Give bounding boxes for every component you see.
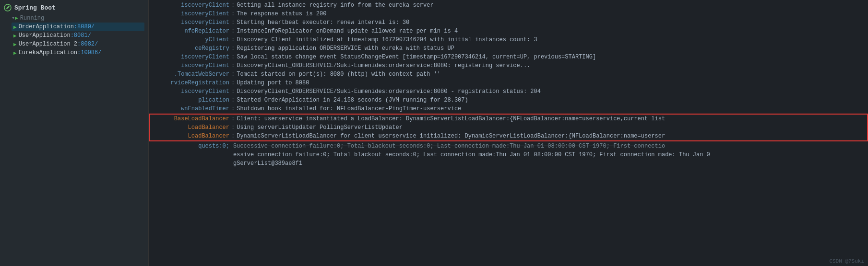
log-line-base-lb: BaseLoadBalancer : Client: userservice i… <box>150 115 867 123</box>
log-msg: Updating port to 8080 <box>237 79 309 87</box>
log-line-strikethrough: quests:0; Successive connection failure:… <box>149 142 868 150</box>
log-sep: : <box>231 10 235 18</box>
log-msg: InstanceInfoReplicator onDemand update a… <box>237 27 458 35</box>
log-source: ceRegistry <box>153 44 229 53</box>
log-source: iscoveryClient <box>153 18 229 27</box>
log-sep: : <box>231 18 235 27</box>
log-msg: DiscoveryClient_ORDERSERVICE/Suki-Eumeni… <box>237 87 541 96</box>
log-line: iscoveryClient : Starting heartbeat exec… <box>149 18 868 27</box>
user-app2-name: UserApplication 2 <box>19 41 77 47</box>
log-line: wnEnabledTimer : Shutdown hook installed… <box>149 104 868 113</box>
log-source: iscoveryClient <box>153 53 229 61</box>
eureka-app-play-icon: ▶ <box>13 50 17 56</box>
log-line: iscoveryClient : DiscoveryClient_ORDERSE… <box>149 61 868 70</box>
log-line: yClient : Discovery Client initialized a… <box>149 35 868 44</box>
sidebar-running-section: ▶ Running ▶ OrderApplication :8080/ ▶ Us… <box>0 13 148 57</box>
log-line: plication : Started OrderApplication in … <box>149 96 868 104</box>
log-msg: Shutdown hook installed for: NFLoadBalan… <box>237 104 461 113</box>
sidebar-item-eureka-app[interactable]: ▶ EurekaApplication :10086/ <box>12 48 144 57</box>
log-sep: : <box>231 70 235 79</box>
log-sep: : <box>231 123 235 132</box>
log-line-essive: essive connection failure:0; Total black… <box>149 150 868 159</box>
log-source: rviceRegistration <box>153 79 229 87</box>
eureka-app-port: :10086/ <box>77 49 101 56</box>
log-line: nfoReplicator : InstanceInfoReplicator o… <box>149 27 868 35</box>
log-sep: : <box>231 132 235 140</box>
log-msg: Tomcat started on port(s): 8080 (http) w… <box>237 70 440 79</box>
eureka-app-name: EurekaApplication <box>19 49 77 56</box>
log-msg: Getting all instance registry info from … <box>237 1 433 10</box>
log-msg: Registering application ORDERSERVICE wit… <box>237 44 454 53</box>
running-chevron-icon <box>12 14 15 22</box>
log-source: iscoveryClient <box>153 87 229 96</box>
sidebar-item-user-app2[interactable]: ▶ UserApplication 2 :8082/ <box>12 40 144 48</box>
log-sep: : <box>231 44 235 53</box>
log-source: plication <box>153 96 229 104</box>
log-msg: Starting heartbeat executor: renew inter… <box>237 18 409 27</box>
log-source: nfoReplicator <box>153 27 229 35</box>
sidebar-item-user-app[interactable]: ▶ UserApplication :8081/ <box>12 31 144 40</box>
log-source: iscoveryClient <box>153 1 229 10</box>
log-msg: Saw local status change event StatusChan… <box>237 53 596 61</box>
log-line: rviceRegistration : Updating port to 808… <box>149 79 868 87</box>
log-msg-lb2: DynamicServerListLoadBalancer for client… <box>237 132 665 140</box>
log-sep: : <box>231 27 235 35</box>
user-app2-play-icon: ▶ <box>13 41 17 47</box>
log-sep: : <box>231 35 235 44</box>
log-line: iscoveryClient : Getting all instance re… <box>149 1 868 10</box>
log-source: yClient <box>153 35 229 44</box>
log-msg-strikethrough: Successive connection failure:0; Total b… <box>233 142 665 150</box>
log-source-quests: quests:0; <box>153 142 229 150</box>
log-line: iscoveryClient : The response status is … <box>149 10 868 18</box>
log-msg: DiscoveryClient_ORDERSERVICE/Suki-Eumeni… <box>237 61 530 70</box>
log-source-lb1: LoadBalancer <box>153 123 229 132</box>
log-source: iscoveryClient <box>153 61 229 70</box>
sidebar-item-order-app[interactable]: ▶ OrderApplication :8080/ <box>12 23 144 31</box>
log-line: iscoveryClient : Saw local status change… <box>149 53 868 61</box>
log-sep: : <box>231 79 235 87</box>
log-msg-essive: essive connection failure:0; Total black… <box>233 150 710 159</box>
log-line-lb1: LoadBalancer : Using serverListUpdater P… <box>150 123 867 132</box>
highlight-box: BaseLoadBalancer : Client: userservice i… <box>149 114 868 141</box>
log-msg-base-lb: Client: userservice instantiated a LoadB… <box>237 115 665 123</box>
spring-boot-icon <box>4 4 12 12</box>
log-msg: Started OrderApplication in 24.158 secon… <box>237 96 468 104</box>
log-msg: The response status is 200 <box>237 10 326 18</box>
order-app-play-icon: ▶ <box>13 24 17 30</box>
log-sep: : <box>231 104 235 113</box>
user-app-name: UserApplication <box>19 32 71 39</box>
log-source: wnEnabledTimer <box>153 104 229 113</box>
log-sep: : <box>231 1 235 10</box>
order-app-port: :8080/ <box>74 23 95 30</box>
log-sep: : <box>231 53 235 61</box>
log-line-lb2: LoadBalancer : DynamicServerListLoadBala… <box>150 132 867 140</box>
sidebar-header: Spring Boot <box>0 2 148 13</box>
log-sep: : <box>231 115 235 123</box>
running-play-icon: ▶ <box>15 15 18 21</box>
log-source-base-lb: BaseLoadBalancer <box>153 115 229 123</box>
log-source: .TomcatWebServer <box>153 70 229 79</box>
running-apps-list: ▶ OrderApplication :8080/ ▶ UserApplicat… <box>4 23 144 57</box>
log-sep: : <box>231 61 235 70</box>
log-line: ceRegistry : Registering application ORD… <box>149 44 868 53</box>
log-source: iscoveryClient <box>153 10 229 18</box>
log-line: .TomcatWebServer : Tomcat started on por… <box>149 70 868 79</box>
log-line-gserver: gServerList@389ae8f1 <box>149 159 868 168</box>
log-area: iscoveryClient : Getting all instance re… <box>149 0 868 266</box>
running-label-text: Running <box>20 15 44 22</box>
watermark: CSDN @?Suki <box>829 258 864 264</box>
sidebar-title: Spring Boot <box>14 4 56 12</box>
log-sep: : <box>231 87 235 96</box>
user-app-port: :8081/ <box>71 32 91 39</box>
sidebar: Spring Boot ▶ Running ▶ OrderApplication… <box>0 0 149 266</box>
log-msg: Discovery Client initialized at timestam… <box>237 35 537 44</box>
log-source-lb2: LoadBalancer <box>153 132 229 140</box>
user-app2-port: :8082/ <box>77 41 98 47</box>
log-sep: : <box>231 96 235 104</box>
log-msg-gserver: gServerList@389ae8f1 <box>233 159 302 168</box>
running-section-header[interactable]: ▶ Running <box>4 13 144 23</box>
log-line: iscoveryClient : DiscoveryClient_ORDERSE… <box>149 87 868 96</box>
order-app-name: OrderApplication <box>19 23 74 30</box>
user-app-play-icon: ▶ <box>13 33 17 39</box>
log-msg-lb1: Using serverListUpdater PollingServerLis… <box>237 123 403 132</box>
